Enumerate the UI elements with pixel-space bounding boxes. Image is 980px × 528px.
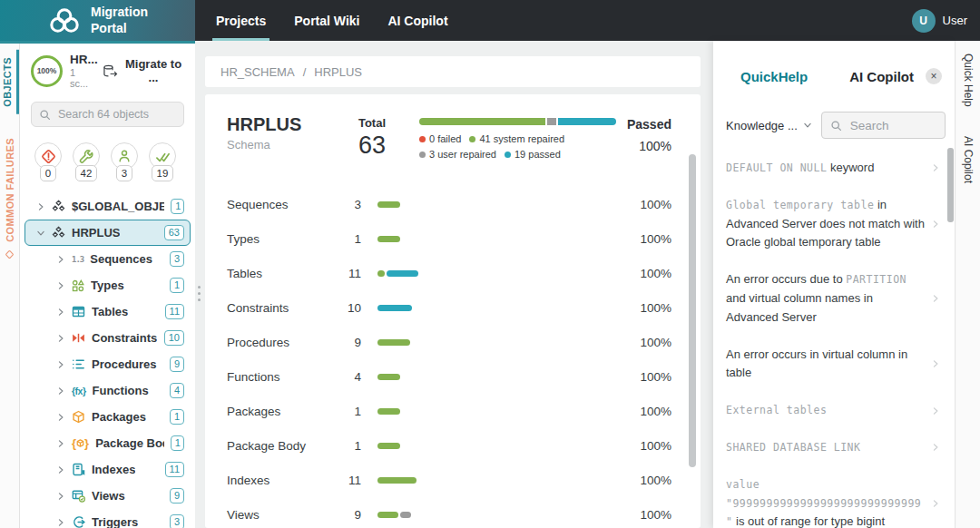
- chevron-right-icon: [56, 308, 65, 317]
- summary-row-indexes[interactable]: Indexes11100%: [227, 463, 671, 497]
- summary-row-label: Sequences: [227, 198, 321, 211]
- breadcrumb-object[interactable]: HRPLUS: [314, 65, 362, 79]
- tree-item-triggers[interactable]: Triggers3: [24, 509, 191, 528]
- tree-item-packages[interactable]: Packages1: [24, 404, 191, 430]
- summary-card: HRPLUS Schema Total 63 0 failed41 system…: [205, 94, 701, 528]
- counter-passed[interactable]: 19: [146, 142, 179, 181]
- bar-segment-system_repaired: [377, 201, 400, 208]
- user-menu[interactable]: U User: [912, 0, 980, 41]
- migrate-button-label: Migrate to ...: [122, 57, 184, 84]
- summary-row-percent: 100%: [640, 301, 671, 315]
- counter-failed[interactable]: 0: [32, 142, 64, 181]
- summary-row-constraints[interactable]: Constraints10100%: [227, 290, 671, 325]
- tree-item-types[interactable]: Types1: [24, 272, 191, 298]
- help-topic[interactable]: DEFAULT ON NULL keyword: [726, 150, 940, 187]
- legend-item-system_repaired: 41 system repaired: [469, 133, 564, 144]
- tree-item-global-objects[interactable]: $GLOBAL_OBJECTS1: [24, 193, 191, 220]
- help-topic[interactable]: SHARED DATABASE LINK: [726, 429, 940, 466]
- help-topic[interactable]: value "9999999999999999999999999999" is …: [726, 466, 940, 528]
- help-topic[interactable]: An error occurs in virtual column in tab…: [726, 337, 940, 393]
- tree-item-package-body[interactable]: {}Package Body1: [24, 430, 191, 456]
- common-failures-diamond-icon: [5, 249, 15, 259]
- tree-item-label: Procedures: [92, 357, 157, 371]
- tree-item-indexes[interactable]: Indexes11: [24, 456, 191, 483]
- rail-tab-common-failures[interactable]: COMMON FAILURES: [5, 136, 15, 244]
- counter-failed-count: 0: [40, 165, 56, 181]
- main-scrollbar-thumb[interactable]: [689, 154, 696, 467]
- legend-item-failed: 0 failed: [419, 133, 461, 144]
- rail-tab-ai-copilot[interactable]: AI Copilot: [962, 136, 975, 183]
- help-topic[interactable]: Global temporary table in Advanced Serve…: [726, 187, 940, 261]
- tree-item-label: Constraints: [92, 331, 157, 345]
- project-subtitle: 1 sc...: [70, 67, 95, 89]
- help-topic[interactable]: An error occurs due to PARTITION and vir…: [726, 261, 940, 336]
- chevron-right-icon: [56, 439, 65, 448]
- help-topic[interactable]: External tables: [726, 392, 940, 429]
- summary-row-percent: 100%: [640, 198, 671, 211]
- summary-row-label: Packages: [227, 405, 321, 418]
- summary-row-packages[interactable]: Packages1100%: [227, 394, 671, 428]
- counter-user-repaired[interactable]: 3: [108, 142, 141, 181]
- tab-ai-copilot[interactable]: AI Copilot: [849, 69, 914, 84]
- migrate-button[interactable]: Migrate to ...: [103, 57, 188, 84]
- quickhelp-search-input[interactable]: [848, 118, 936, 133]
- summary-row-package-body[interactable]: Package Body1100%: [227, 428, 671, 463]
- summary-row-label: Functions: [227, 370, 321, 384]
- counter-system-repaired[interactable]: 42: [70, 142, 103, 181]
- tree-item-views[interactable]: Views9: [24, 483, 191, 509]
- brand[interactable]: Migration Portal: [0, 0, 195, 41]
- bar-segment-system_repaired: [377, 477, 416, 484]
- schema-type: Schema: [227, 138, 341, 152]
- panel-resize-handle[interactable]: [196, 284, 202, 303]
- summary-row-tables[interactable]: Tables11100%: [227, 256, 671, 290]
- legend-dot-failed: [419, 136, 426, 142]
- summary-row-procedures[interactable]: Procedures9100%: [227, 325, 671, 359]
- schema-title: HRPLUS: [227, 114, 341, 135]
- sidebar-search-input[interactable]: [56, 107, 176, 122]
- summary-row-count: 11: [321, 267, 361, 280]
- tree-item-constraints[interactable]: Constraints10: [24, 325, 191, 351]
- tree-item-hrplus[interactable]: HRPLUS63: [24, 220, 191, 246]
- rail-tab-objects[interactable]: OBJECTS: [0, 50, 19, 114]
- sequences-icon: 1.3: [72, 255, 83, 264]
- nav-tab-ai-copilot[interactable]: AI Copilot: [387, 0, 447, 41]
- tree-item-procedures[interactable]: Procedures9: [24, 351, 191, 377]
- summary-row-label: Types: [227, 232, 321, 246]
- nav-tab-portal-wiki[interactable]: Portal Wiki: [294, 0, 359, 41]
- chevron-right-icon: [56, 413, 65, 422]
- close-icon[interactable]: ×: [926, 68, 942, 84]
- avatar[interactable]: U: [912, 9, 936, 33]
- summary-row-views[interactable]: Views9100%: [227, 497, 671, 528]
- quickhelp-search: [821, 112, 946, 139]
- summary-row-bar: [377, 374, 400, 380]
- tree-item-functions[interactable]: {fx}Functions4: [24, 377, 191, 404]
- quickhelp-scrollbar-thumb[interactable]: [947, 148, 954, 222]
- tree-item-count-badge: 63: [164, 225, 184, 240]
- nav-tab-projects[interactable]: Projects: [216, 0, 266, 41]
- bar-segment-system_repaired: [377, 512, 398, 518]
- summary-row-sequences[interactable]: Sequences3100%: [227, 187, 671, 221]
- knowledge-dropdown[interactable]: Knowledge ...: [726, 119, 812, 132]
- rail-tab-quick-help[interactable]: Quick Help: [962, 54, 975, 107]
- summary-row-label: Constraints: [227, 301, 321, 315]
- tree-item-count-badge: 10: [164, 330, 184, 346]
- tree-item-tables[interactable]: Tables11: [24, 298, 191, 325]
- counter-system-repaired-count: 42: [75, 165, 98, 181]
- summary-row-types[interactable]: Types1100%: [227, 221, 671, 256]
- tree-item-count-badge: 1: [170, 409, 184, 425]
- types-icon: [72, 279, 84, 292]
- summary-row-functions[interactable]: Functions4100%: [227, 359, 671, 394]
- tree-item-count-badge: 9: [170, 488, 184, 504]
- app: Migration Portal ProjectsPortal WikiAI C…: [0, 0, 980, 528]
- summary-row-bar: [377, 443, 400, 449]
- tree-item-count-badge: 3: [170, 514, 184, 528]
- status-chart: 0 failed41 system repaired3 user repaire…: [403, 114, 627, 160]
- summary-row-label: Tables: [227, 267, 321, 280]
- quickhelp-controls: Knowledge ...: [713, 84, 955, 139]
- tab-quickhelp[interactable]: QuickHelp: [740, 69, 808, 84]
- tree-item-count-badge: 1: [171, 199, 184, 214]
- main-nav: ProjectsPortal WikiAI Copilot U User: [195, 0, 980, 41]
- summary-row-label: Package Body: [227, 439, 321, 453]
- tree-item-sequences[interactable]: 1.3Sequences3: [24, 246, 191, 272]
- breadcrumb-schema[interactable]: HR_SCHEMA: [220, 65, 295, 79]
